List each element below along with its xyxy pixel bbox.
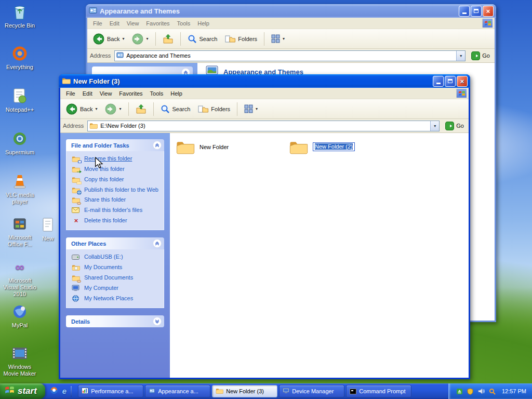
task-label: Copy this folder bbox=[84, 176, 124, 183]
forward-dropdown[interactable]: ▾ bbox=[146, 36, 148, 41]
address-combo[interactable]: Appearance and Themes ▾ bbox=[114, 50, 466, 61]
place-label: My Computer bbox=[84, 285, 118, 291]
chevron-up-icon[interactable] bbox=[153, 239, 162, 248]
file-item-new-folder-2[interactable]: New Folder (2) bbox=[289, 139, 355, 154]
folders-button[interactable]: Folders bbox=[195, 103, 233, 115]
my-documents-icon bbox=[72, 264, 81, 271]
file-item-new-folder[interactable]: New Folder bbox=[176, 139, 229, 154]
go-label: Go bbox=[456, 123, 464, 129]
desktop-icon-visual-studio-2010[interactable]: ∞ Microsoft Visual Studio 2010 bbox=[1, 258, 38, 298]
system-tray: 12:57 PM bbox=[448, 383, 532, 399]
back-button[interactable]: Back ▾ bbox=[63, 101, 100, 117]
chevron-down-icon[interactable] bbox=[153, 317, 162, 326]
back-dropdown[interactable]: ▾ bbox=[95, 107, 97, 111]
start-button[interactable]: start bbox=[0, 383, 45, 399]
other-places-panel: Other Places CollabUSB (E:) bbox=[66, 237, 164, 308]
views-button[interactable]: ▾ bbox=[241, 102, 261, 115]
menu-edit[interactable]: Edit bbox=[106, 19, 123, 28]
task-label: Delete this folder bbox=[84, 217, 127, 224]
place-my-computer[interactable]: My Computer bbox=[72, 285, 162, 292]
desktop-icon-everything[interactable]: Everything bbox=[1, 45, 38, 71]
address-dropdown[interactable]: ▾ bbox=[430, 121, 439, 131]
tray-search-icon[interactable] bbox=[488, 388, 496, 395]
minimize-button[interactable] bbox=[459, 6, 470, 17]
menu-help[interactable]: Help bbox=[167, 89, 186, 98]
open-folder-icon bbox=[89, 122, 98, 130]
file-and-folder-tasks-panel: File and Folder Tasks Rename this folder bbox=[66, 139, 164, 230]
forward-dropdown[interactable]: ▾ bbox=[119, 107, 121, 111]
up-button[interactable] bbox=[132, 102, 150, 116]
go-button[interactable]: Go bbox=[469, 51, 492, 60]
window-title: Appearance and Themes bbox=[100, 7, 180, 15]
task-move-this-folder[interactable]: Move this folder bbox=[72, 166, 162, 173]
tray-volume-icon[interactable] bbox=[477, 388, 485, 395]
task-publish-this-folder[interactable]: Publish this folder to the Web bbox=[72, 187, 162, 194]
menu-view[interactable]: View bbox=[96, 89, 116, 98]
search-button[interactable]: Search bbox=[184, 32, 221, 46]
address-combo[interactable]: E:\New Folder (3) ▾ bbox=[87, 121, 440, 131]
menu-edit[interactable]: Edit bbox=[79, 89, 96, 98]
taskbar-clock[interactable]: 12:57 PM bbox=[502, 388, 526, 394]
menu-tools[interactable]: Tools bbox=[174, 19, 194, 28]
desktop-icon-notepad-plus-plus[interactable]: Notepad++ bbox=[1, 87, 38, 113]
place-my-documents[interactable]: My Documents bbox=[72, 264, 162, 271]
task-rename-this-folder[interactable]: Rename this folder bbox=[72, 155, 162, 163]
place-collabusb[interactable]: CollabUSB (E:) bbox=[72, 254, 162, 261]
place-my-network-places[interactable]: My Network Places bbox=[72, 295, 162, 302]
task-share-this-folder[interactable]: Share this folder bbox=[72, 196, 162, 204]
menu-favorites[interactable]: Favorites bbox=[142, 19, 173, 28]
go-button[interactable]: Go bbox=[443, 122, 466, 130]
taskbar-button-device-manager[interactable]: Device Manager bbox=[279, 385, 344, 397]
menu-favorites[interactable]: Favorites bbox=[115, 89, 146, 98]
back-button[interactable]: Back ▾ bbox=[90, 31, 127, 47]
tray-eject-icon[interactable] bbox=[456, 388, 463, 395]
forward-button[interactable]: ▾ bbox=[129, 31, 151, 47]
place-shared-documents[interactable]: Shared Documents bbox=[72, 274, 162, 282]
mypal-icon bbox=[11, 303, 29, 321]
taskbar-button-command-prompt[interactable]: Command Prompt bbox=[346, 385, 411, 397]
menu-file[interactable]: File bbox=[89, 19, 106, 28]
taskbar-button-performance[interactable]: Performance a... bbox=[78, 385, 143, 397]
titlebar[interactable]: New Folder (3) × bbox=[59, 74, 470, 88]
menu-file[interactable]: File bbox=[62, 89, 79, 98]
up-button[interactable] bbox=[159, 32, 177, 46]
file-list-area[interactable]: New Folder New Folder (2) bbox=[170, 133, 469, 378]
views-button[interactable]: ▾ bbox=[268, 32, 288, 45]
desktop-icon-windows-movie-maker[interactable]: Windows Movie Maker bbox=[1, 344, 38, 377]
maximize-button[interactable] bbox=[445, 76, 456, 87]
menu-tools[interactable]: Tools bbox=[147, 89, 167, 98]
desktop-icon-vlc[interactable]: VLC media player bbox=[1, 172, 38, 205]
back-dropdown[interactable]: ▾ bbox=[122, 36, 124, 41]
close-button[interactable]: × bbox=[483, 6, 494, 17]
quick-launch-ie-icon[interactable]: e bbox=[62, 387, 66, 396]
menu-bar: File Edit View Favorites Tools Help bbox=[87, 18, 495, 29]
rename-input[interactable]: New Folder (2) bbox=[313, 142, 355, 151]
views-dropdown[interactable]: ▾ bbox=[283, 36, 285, 41]
views-dropdown[interactable]: ▾ bbox=[256, 107, 258, 111]
chevron-up-icon[interactable] bbox=[153, 141, 162, 150]
taskbar-button-new-folder-3[interactable]: New Folder (3) bbox=[212, 385, 277, 397]
up-icon bbox=[136, 104, 147, 114]
details-header[interactable]: Details bbox=[66, 315, 164, 327]
folders-button[interactable]: Folders bbox=[222, 33, 260, 45]
other-places-header[interactable]: Other Places bbox=[66, 237, 164, 249]
close-button[interactable]: × bbox=[457, 76, 468, 87]
desktop-icon-mypal[interactable]: MyPal bbox=[1, 303, 38, 329]
maximize-button[interactable] bbox=[471, 6, 482, 17]
menu-view[interactable]: View bbox=[123, 19, 143, 28]
quick-launch-browser-icon[interactable] bbox=[50, 386, 58, 396]
address-dropdown[interactable]: ▾ bbox=[456, 51, 465, 61]
task-delete-this-folder[interactable]: × Delete this folder bbox=[72, 217, 162, 224]
task-email-folders-files[interactable]: E-mail this folder's files bbox=[72, 207, 162, 214]
desktop-icon-recycle-bin[interactable]: Recycle Bin bbox=[1, 3, 38, 29]
titlebar[interactable]: Appearance and Themes × bbox=[86, 4, 496, 18]
search-button[interactable]: Search bbox=[157, 102, 194, 116]
menu-help[interactable]: Help bbox=[194, 19, 213, 28]
tray-shield-icon[interactable] bbox=[467, 388, 474, 395]
minimize-button[interactable] bbox=[433, 76, 444, 87]
task-copy-this-folder[interactable]: Copy this folder bbox=[72, 176, 162, 183]
forward-button[interactable]: ▾ bbox=[102, 101, 124, 117]
file-tasks-header[interactable]: File and Folder Tasks bbox=[66, 139, 164, 151]
desktop-icon-supermium[interactable]: Supermium bbox=[1, 130, 38, 156]
taskbar-button-appearance[interactable]: Appearance a... bbox=[145, 385, 210, 397]
